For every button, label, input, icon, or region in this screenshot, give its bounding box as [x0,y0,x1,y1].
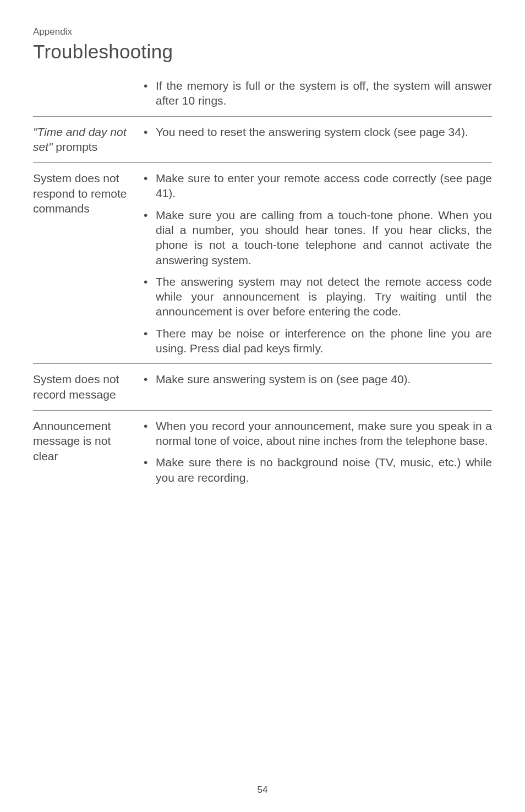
troubleshooting-row: If the memory is full or the system is o… [33,78,492,116]
row-content: If the memory is full or the system is o… [141,78,492,108]
list-item: When you record your announcement, make … [141,418,492,449]
list-item: The answering system may not detect the … [141,274,492,319]
row-content: You need to reset the answering system c… [141,124,492,155]
row-content: Make sure answering system is on (see pa… [141,372,492,402]
row-label [33,78,141,108]
row-label: "Time and day not set" prompts [33,124,141,155]
row-content: Make sure to enter your remote access co… [141,171,492,356]
list-item: If the memory is full or the system is o… [141,78,492,108]
row-label-plain: prompts [56,140,97,153]
list-item: Make sure you are calling from a touch-t… [141,208,492,268]
page-number: 54 [0,784,525,795]
row-label: Announcement message is not clear [33,418,141,485]
list-item: Make sure there is no background noise (… [141,455,492,485]
list-item: You need to reset the answering system c… [141,124,492,139]
row-label-plain: System does not respond to remote comman… [33,172,127,215]
list-item: Make sure answering system is on (see pa… [141,372,492,386]
row-label: System does not respond to remote comman… [33,171,141,356]
troubleshooting-row: "Time and day not set" prompts You need … [33,116,492,162]
list-item: There may be noise or interference on th… [141,326,492,356]
list-item: Make sure to enter your remote access co… [141,171,492,201]
page-title: Troubleshooting [33,41,492,63]
troubleshooting-row: System does not respond to remote comman… [33,162,492,363]
troubleshooting-row: Announcement message is not clear When y… [33,410,492,493]
row-label-plain: System does not record message [33,373,119,401]
row-label-plain: Announcement message is not clear [33,419,111,462]
section-header: Appendix [33,26,492,37]
row-label: System does not record message [33,372,141,402]
troubleshooting-row: System does not record message Make sure… [33,363,492,410]
row-content: When you record your announcement, make … [141,418,492,485]
